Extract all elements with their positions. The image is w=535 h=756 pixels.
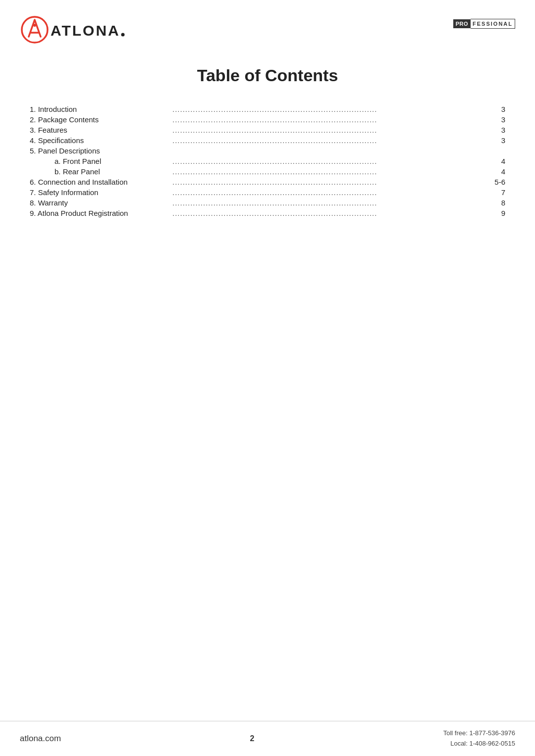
toc-dots: ........................................… <box>168 115 485 124</box>
svg-point-3 <box>121 33 125 37</box>
toc-page-number: 8 <box>485 199 505 207</box>
toc-dots: ........................................… <box>168 105 485 113</box>
toc-row: b. Rear Panel...........................… <box>30 167 505 176</box>
toc-row: 7. Safety Information...................… <box>30 188 505 197</box>
toc-page-number: 9 <box>485 209 505 217</box>
toc-page-number: 3 <box>485 105 505 113</box>
page-title: Table of Contents <box>30 66 505 85</box>
toc-dots: ........................................… <box>168 178 485 186</box>
page-footer: atlona.com 2 Toll free: 1-877-536-3976 L… <box>0 721 535 756</box>
page-content: Table of Contents 1. Introduction.......… <box>0 46 535 279</box>
atlona-logo: ATLONA <box>20 14 129 46</box>
toc-dots: ........................................… <box>168 167 485 176</box>
pro-prefix: PRO <box>453 19 471 28</box>
footer-contact: Toll free: 1-877-536-3976 Local: 1-408-9… <box>443 728 515 749</box>
toc-label: a. Front Panel <box>30 157 168 165</box>
toc-row: 5. Panel Descriptions <box>30 147 505 155</box>
toc-row: 1. Introduction.........................… <box>30 105 505 113</box>
toc-page-number: 4 <box>485 157 505 165</box>
page-number: 2 <box>250 734 255 743</box>
toc-page-number: 3 <box>485 115 505 124</box>
toc-page-number: 3 <box>485 126 505 134</box>
toc-row: a. Front Panel..........................… <box>30 157 505 165</box>
toc-label: 9. Atlona Product Registration <box>30 209 168 217</box>
toc-label: 3. Features <box>30 126 168 134</box>
toc-label: 4. Specifications <box>30 136 168 145</box>
footer-toll-free: Toll free: 1-877-536-3976 <box>443 728 515 739</box>
logo-area: ATLONA <box>20 14 129 46</box>
professional-badge: PRO FESSIONAL <box>453 19 515 29</box>
toc-row: 4. Specifications.......................… <box>30 136 505 145</box>
svg-text:ATLONA: ATLONA <box>51 22 120 39</box>
toc-label: 8. Warranty <box>30 199 168 207</box>
toc-row: 6. Connection and Installation..........… <box>30 178 505 186</box>
toc-label: b. Rear Panel <box>30 167 168 176</box>
toc-dots: ........................................… <box>168 199 485 207</box>
toc-dots: ........................................… <box>168 136 485 145</box>
footer-local: Local: 1-408-962-0515 <box>443 739 515 749</box>
toc-page-number: 5-6 <box>485 178 505 186</box>
toc-dots: ........................................… <box>168 126 485 134</box>
toc-row: 9. Atlona Product Registration..........… <box>30 209 505 217</box>
toc-dots: ........................................… <box>168 209 485 217</box>
toc-label: 7. Safety Information <box>30 188 168 197</box>
toc-page-number: 7 <box>485 188 505 197</box>
pro-suffix: FESSIONAL <box>471 19 515 29</box>
toc-container: 1. Introduction.........................… <box>30 105 505 217</box>
toc-label: 6. Connection and Installation <box>30 178 168 186</box>
footer-website: atlona.com <box>20 734 61 744</box>
page-header: ATLONA PRO FESSIONAL <box>0 0 535 46</box>
toc-page-number: 4 <box>485 167 505 176</box>
toc-row: 3. Features.............................… <box>30 126 505 134</box>
toc-row: 2. Package Contents.....................… <box>30 115 505 124</box>
toc-dots: ........................................… <box>168 188 485 197</box>
toc-label: 1. Introduction <box>30 105 168 113</box>
toc-dots: ........................................… <box>168 157 485 165</box>
toc-row: 8. Warranty.............................… <box>30 199 505 207</box>
svg-point-1 <box>33 24 36 27</box>
toc-page-number: 3 <box>485 136 505 145</box>
toc-label: 2. Package Contents <box>30 115 168 124</box>
toc-label: 5. Panel Descriptions <box>30 147 168 155</box>
